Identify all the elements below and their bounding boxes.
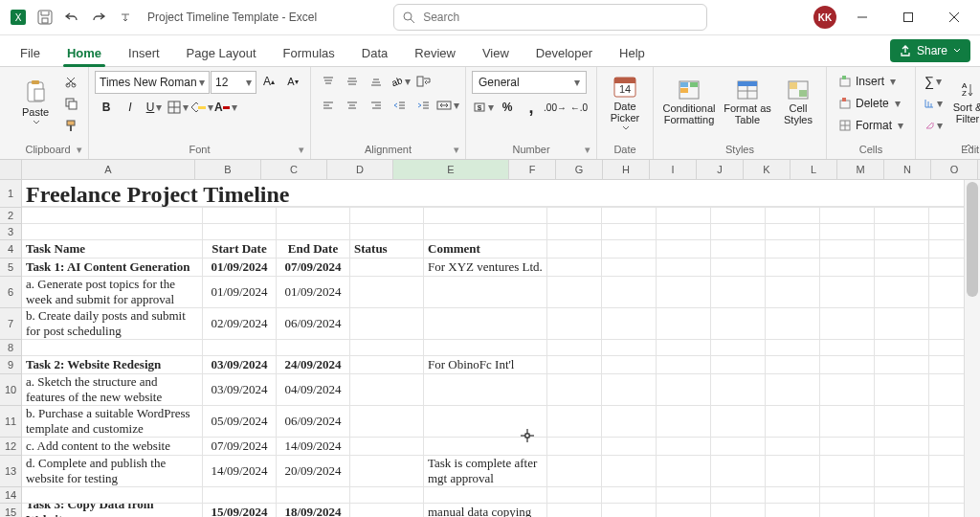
row-header-1[interactable]: 1: [0, 180, 21, 208]
cell-I10[interactable]: [711, 374, 766, 405]
cell-L14[interactable]: [875, 487, 929, 503]
cell-J11[interactable]: [766, 406, 820, 437]
cell-I4[interactable]: [711, 240, 766, 258]
cell-G5[interactable]: [602, 258, 657, 276]
cell-K8[interactable]: [820, 340, 875, 355]
cell-F14[interactable]: [547, 487, 602, 503]
orientation-button[interactable]: ab▾: [389, 71, 412, 92]
row-header-2[interactable]: 2: [0, 208, 21, 224]
decrease-indent-button[interactable]: [389, 95, 412, 116]
alignment-launcher[interactable]: ▾: [454, 144, 459, 156]
cell-D12[interactable]: [350, 438, 424, 455]
cell-E7[interactable]: [424, 308, 547, 339]
cell-L2[interactable]: [875, 208, 929, 223]
column-header-M[interactable]: M: [837, 160, 884, 179]
cell-G14[interactable]: [602, 487, 657, 503]
decrease-decimal-button[interactable]: ←.0: [568, 97, 590, 118]
cell-D7[interactable]: [350, 308, 424, 339]
cell-B15[interactable]: 15/09/2024: [203, 504, 277, 517]
underline-button[interactable]: U▾: [143, 97, 166, 118]
cell-A13[interactable]: d. Complete and publish the website for …: [22, 456, 203, 486]
cell-D10[interactable]: [350, 374, 424, 405]
row-header-9[interactable]: 9: [0, 356, 21, 374]
cell-C12[interactable]: 14/09/2024: [277, 438, 350, 455]
cell-K15[interactable]: [820, 504, 875, 517]
increase-indent-button[interactable]: [412, 95, 435, 116]
format-cells-button[interactable]: Format▾: [833, 115, 909, 136]
cell-K4[interactable]: [820, 240, 875, 258]
column-header-F[interactable]: F: [509, 160, 556, 179]
cell-K9[interactable]: [820, 356, 875, 373]
cell-G11[interactable]: [602, 406, 657, 437]
cell-F4[interactable]: [547, 240, 602, 258]
column-header-D[interactable]: D: [327, 160, 393, 179]
cell-H13[interactable]: [657, 456, 711, 486]
cell-D2[interactable]: [350, 208, 424, 223]
column-header-E[interactable]: E: [393, 160, 509, 179]
align-middle-button[interactable]: [341, 71, 364, 92]
font-color-button[interactable]: A▾: [214, 97, 237, 118]
cell-G15[interactable]: [602, 504, 657, 517]
cell-H2[interactable]: [657, 208, 711, 223]
cell-G3[interactable]: [602, 224, 657, 239]
increase-font-button[interactable]: A▴: [257, 71, 280, 92]
cell-H11[interactable]: [657, 406, 711, 437]
sort-filter-button[interactable]: AZ Sort & Filter: [947, 71, 980, 134]
cell-I13[interactable]: [711, 456, 766, 486]
decrease-font-button[interactable]: A▾: [281, 71, 304, 92]
cell-B4[interactable]: Start Date: [203, 240, 277, 258]
align-top-button[interactable]: [317, 71, 340, 92]
column-header-L[interactable]: L: [791, 160, 837, 179]
tab-insert[interactable]: Insert: [118, 39, 170, 66]
cell-L15[interactable]: [875, 504, 929, 517]
cell-D5[interactable]: [350, 258, 424, 276]
cell-C3[interactable]: [277, 224, 350, 239]
clear-button[interactable]: ▾: [922, 115, 945, 136]
cell-L5[interactable]: [875, 258, 929, 276]
cell-A8[interactable]: [22, 340, 203, 355]
cell-C14[interactable]: [277, 487, 350, 503]
cell-C2[interactable]: [277, 208, 350, 223]
cell-J5[interactable]: [766, 258, 820, 276]
italic-button[interactable]: I: [119, 97, 142, 118]
cell-H15[interactable]: [657, 504, 711, 517]
tab-file[interactable]: File: [10, 39, 51, 66]
collapse-ribbon-button[interactable]: [963, 142, 974, 153]
cell-E4[interactable]: Comment: [424, 240, 547, 258]
font-name-select[interactable]: Times New Roman▾: [95, 71, 210, 94]
cell-D14[interactable]: [350, 487, 424, 503]
cell-F11[interactable]: [547, 406, 602, 437]
cell-D13[interactable]: [350, 456, 424, 486]
cell-A12[interactable]: c. Add content to the website: [22, 438, 203, 455]
conditional-formatting-button[interactable]: Conditional Formatting: [659, 71, 719, 134]
row-header-6[interactable]: 6: [0, 277, 21, 308]
cell-J3[interactable]: [766, 224, 820, 239]
cell-B9[interactable]: 03/09/2024: [203, 356, 277, 373]
cell-J10[interactable]: [766, 374, 820, 405]
column-header-K[interactable]: K: [744, 160, 791, 179]
cell-H5[interactable]: [657, 258, 711, 276]
select-all-corner[interactable]: [0, 160, 22, 179]
tab-page-layout[interactable]: Page Layout: [176, 39, 267, 66]
align-center-button[interactable]: [341, 95, 364, 116]
row-header-5[interactable]: 5: [0, 258, 21, 277]
autosave-toggle[interactable]: [33, 5, 57, 30]
vertical-scrollbar[interactable]: [964, 180, 980, 517]
cell-L7[interactable]: [875, 308, 929, 339]
copy-button[interactable]: [59, 93, 82, 114]
cell-G13[interactable]: [602, 456, 657, 486]
cell-F2[interactable]: [547, 208, 602, 223]
cell-I3[interactable]: [711, 224, 766, 239]
fill-color-button[interactable]: ▾: [190, 97, 213, 118]
cell-F7[interactable]: [547, 308, 602, 339]
cell-E14[interactable]: [424, 487, 547, 503]
column-header-G[interactable]: G: [556, 160, 603, 179]
cell-G4[interactable]: [602, 240, 657, 258]
cell-I12[interactable]: [711, 438, 766, 455]
format-painter-button[interactable]: [59, 115, 82, 136]
row-header-14[interactable]: 14: [0, 487, 21, 504]
row-header-4[interactable]: 4: [0, 240, 21, 258]
align-right-button[interactable]: [365, 95, 388, 116]
cell-I14[interactable]: [711, 487, 766, 503]
cell-J2[interactable]: [766, 208, 820, 223]
